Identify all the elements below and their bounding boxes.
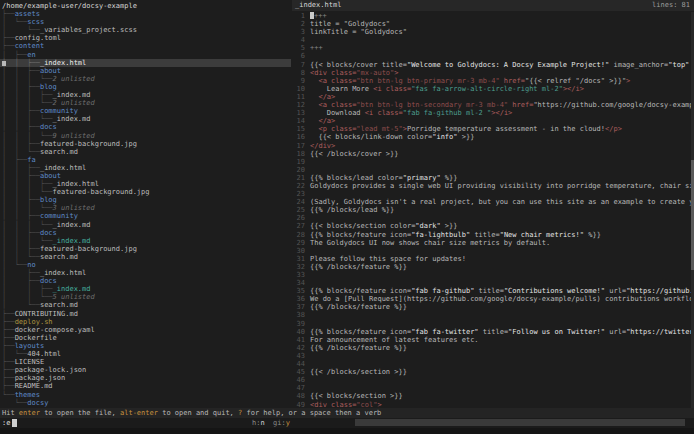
tree-entry-label: community — [40, 212, 78, 220]
code-line: 6 — [292, 52, 691, 60]
tree-row[interactable]: ├──content — [0, 42, 291, 50]
tree-row[interactable]: │ │ ├──blog — [0, 83, 291, 91]
tree-entry-label: about — [40, 172, 61, 180]
tree-row[interactable]: ├──deploy.sh — [0, 318, 291, 326]
tree-entry-label: featured-background.jpg — [40, 140, 137, 148]
preview-panel: lines: 81 _index.html 1+++2title = "Gold… — [292, 0, 694, 409]
command-input-row[interactable]: :e h:n gi:y — [0, 418, 694, 428]
code-line: 24(Sadly, Goldydocs isn't a real project… — [292, 198, 691, 206]
code-line: 7{{< blocks/cover title="Welcome to Gold… — [292, 61, 691, 69]
command-input[interactable]: :e — [2, 419, 10, 427]
code-line: 46 — [292, 376, 691, 384]
tree-row[interactable]: │ │ ├──about — [0, 67, 291, 75]
tree-entry-label: _index.html — [40, 164, 86, 172]
code-line: 25{{% /blocks/lead %}} — [292, 206, 691, 214]
code-line: 29The Goldydocs UI now shows chair size … — [292, 239, 691, 247]
tree-row[interactable]: ├──layouts — [0, 342, 291, 350]
tree-entry-label: LICENSE — [15, 358, 45, 366]
tree-entry-label: docs — [40, 277, 57, 285]
tree-row[interactable]: │ │ ├──docs — [0, 123, 291, 131]
code-line: 33 — [292, 271, 691, 279]
code-line: 38 — [292, 311, 691, 319]
tree-row[interactable]: ├──Dockerfile — [0, 334, 291, 342]
tree-row[interactable]: ├──README.md — [0, 382, 291, 390]
tree-entry-label: about — [40, 67, 61, 75]
tree-entry-label: search.md — [40, 301, 78, 309]
tree-root-path[interactable]: /home/example-user/docsy-example — [0, 2, 291, 10]
tree-row[interactable]: │ │ └──search.md — [0, 148, 291, 156]
preview-input-strip — [355, 419, 685, 426]
code-line: 42{{% /blocks/feature %}} — [292, 344, 691, 352]
code-preview: 1+++2title = "Goldydocs"3linkTitle = "Go… — [292, 12, 691, 409]
tree-row[interactable]: │ │ │ ├──_index.html — [0, 180, 291, 188]
tree-row[interactable]: └──docsy — [0, 399, 291, 407]
tree-entry-label: _index.md — [53, 115, 91, 123]
code-line: 13 Download <i class="fab fa-github ml-2… — [292, 109, 691, 117]
tree-row[interactable]: ├──assets — [0, 10, 291, 18]
tree-entry-label: docs — [40, 123, 57, 131]
tree-row[interactable]: │ │ ├──docs — [0, 229, 291, 237]
tree-row[interactable]: │ │ │ ├──_index.md — [0, 91, 291, 99]
tree-row[interactable]: │ │ ├──featured-background.jpg — [0, 140, 291, 148]
tree-entry-label: en — [27, 51, 35, 59]
code-line: 21{{% blocks/lead color="primary" %}} — [292, 174, 691, 182]
code-line: 23 — [292, 190, 691, 198]
tree-row[interactable]: │ │ │ └──2 unlisted — [0, 75, 291, 83]
tree-row[interactable]: │ │ │ └──2 unlisted — [0, 99, 291, 107]
code-line: 14 </a> — [292, 117, 691, 125]
code-line: 40{{% blocks/feature icon="fab fa-twitte… — [292, 328, 691, 336]
code-line: 3linkTitle = "Goldydocs" — [292, 28, 691, 36]
tree-entry-label: search.md — [40, 253, 78, 261]
code-line: 5+++ — [292, 44, 691, 52]
tree-entry-label: search.md — [40, 148, 78, 156]
tree-row[interactable]: │ │ ├──featured-background.jpg — [0, 245, 291, 253]
tree-entry-label: _index.md — [53, 91, 91, 99]
bottom-filler — [0, 428, 694, 434]
tree-row[interactable]: ├──LICENSE — [0, 358, 291, 366]
code-line: 20 — [292, 166, 691, 174]
code-line: 17</div> — [292, 142, 691, 150]
tree-row-selected[interactable]: │ │ ├──_index.html — [0, 59, 291, 67]
tree-row[interactable]: │ │ │ └──_index.md — [0, 221, 291, 229]
tree-row[interactable]: │ └──404.html — [0, 350, 291, 358]
tree-row[interactable]: │ │ └──search.md — [0, 253, 291, 261]
code-line: 37{{% /blocks/feature %}} — [292, 303, 691, 311]
code-line: 15 <p class="lead mt-5">Porridge tempera… — [292, 125, 691, 133]
tree-row[interactable]: │ │ │ └──9 unlisted — [0, 132, 291, 140]
code-line: 19 — [292, 158, 691, 166]
tree-row[interactable]: │ └──no — [0, 261, 291, 269]
tree-row[interactable]: │ │ ├──community — [0, 212, 291, 220]
code-line: 9 <a class="btn btn-lg btn-primary mr-3 … — [292, 77, 691, 85]
tree-row[interactable]: ├──CONTRIBUTING.md — [0, 310, 291, 318]
code-line: 35{{% blocks/feature icon="fab fa-github… — [292, 287, 691, 295]
preview-line-count: lines: 81 — [652, 1, 690, 9]
code-line: 26 — [292, 214, 691, 222]
tree-entry-label: docs — [40, 229, 57, 237]
file-tree-panel: /home/example-user/docsy-example├──asset… — [0, 0, 291, 408]
tree-entry-label: CONTRIBUTING.md — [15, 310, 78, 318]
tree-row[interactable]: │ └──search.md — [0, 301, 291, 309]
code-line: 30 — [292, 247, 691, 255]
tree-row[interactable]: │ │ ├──about — [0, 172, 291, 180]
tree-row[interactable]: │ │ ├──_index.html — [0, 164, 291, 172]
mode-flags: h:n gi:y — [252, 419, 290, 427]
code-line: 11 </a> — [292, 93, 691, 101]
code-line: 43 — [292, 352, 691, 360]
preview-header: lines: 81 _index.html — [292, 0, 694, 11]
tree-entry-label: docsy — [27, 399, 48, 407]
tree-entry-label: _index.html — [40, 269, 86, 277]
code-line: 45{{< /blocks/section >}} — [292, 368, 691, 376]
tree-row[interactable]: ├──docker-compose.yaml — [0, 326, 291, 334]
tree-row[interactable]: └──themes — [0, 391, 291, 399]
tree-row[interactable]: │ ├──fa — [0, 156, 291, 164]
tree-row[interactable]: │ │ │ └──_index.md — [0, 237, 291, 245]
code-line: 47 — [292, 384, 691, 392]
tree-row[interactable]: │ ├──en — [0, 51, 291, 59]
code-line: 2title = "Goldydocs" — [292, 20, 691, 28]
code-line: 44 — [292, 360, 691, 368]
code-line: 36We do a [Pull Request](https://github.… — [292, 295, 691, 303]
code-line: 28{{% blocks/feature icon="fa-lightbulb"… — [292, 231, 691, 239]
tree-row[interactable]: │ ├──_index.html — [0, 269, 291, 277]
tree-entry-label: layouts — [15, 342, 45, 350]
tree-entry-label: no — [27, 261, 35, 269]
